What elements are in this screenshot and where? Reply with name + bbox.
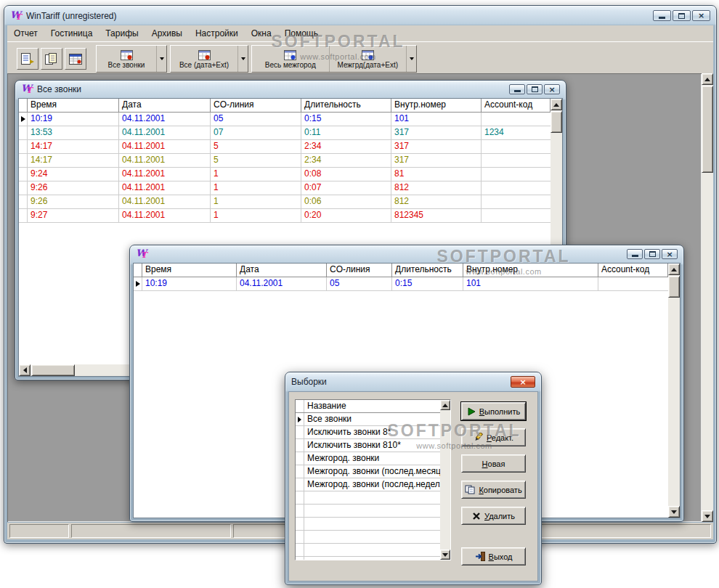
list-item-label: Исключить звонки 810* xyxy=(304,439,440,452)
new-button[interactable]: Новая xyxy=(461,454,526,473)
column-header-line[interactable]: CO-линия xyxy=(211,99,301,112)
menu-tariffs[interactable]: Тарифы xyxy=(99,26,145,41)
column-header-ext[interactable]: Внутр.номер xyxy=(391,99,482,112)
list-item[interactable]: Межгород. звонки (послед.месяц) xyxy=(296,465,440,478)
main-titlebar[interactable]: WT WinTariff (unregistered) × xyxy=(4,6,716,25)
table-row[interactable]: 10:19 04.11.2001 05 0:15 101 xyxy=(19,113,551,126)
list-gutter xyxy=(296,439,304,452)
scroll-thumb[interactable] xyxy=(702,86,713,173)
column-header-date[interactable]: Дата xyxy=(119,99,211,112)
column-header-account[interactable]: Account-код xyxy=(598,264,668,277)
list-item[interactable]: Межгород. звонки (послед.неделя) xyxy=(296,478,440,491)
scroll-down-button[interactable] xyxy=(668,506,680,518)
scroll-up-button[interactable] xyxy=(440,400,450,410)
menu-settings[interactable]: Настройки xyxy=(189,26,245,41)
scroll-up-button[interactable] xyxy=(668,264,680,275)
list-item-empty xyxy=(296,505,440,518)
detail-titlebar[interactable]: WT × xyxy=(130,245,683,263)
table-row[interactable]: 10:19 04.11.2001 05 0:15 101 xyxy=(134,277,668,291)
scroll-thumb[interactable] xyxy=(668,276,680,298)
list-item[interactable]: Все звонки xyxy=(296,413,440,426)
maximize-button[interactable] xyxy=(644,249,660,259)
dialog-client: Название Все звонки Исключить звонки 8* … xyxy=(288,391,538,581)
table-row[interactable]: 14:17 04.11.2001 5 2:34 317 xyxy=(19,154,551,168)
copy-button[interactable]: Копировать xyxy=(461,481,526,499)
list-item-label: Межгород. звонки (послед.месяц) xyxy=(304,465,440,478)
cell-time: 10:19 xyxy=(142,277,237,290)
list-item[interactable]: Исключить звонки 8* xyxy=(296,426,440,439)
filter-group-all-calls: Все звонки xyxy=(96,45,167,73)
column-header-duration[interactable]: Длительность xyxy=(301,99,391,112)
list-item[interactable]: Исключить звонки 810* xyxy=(296,439,440,452)
scroll-down-button[interactable] xyxy=(440,550,450,560)
filter-long-distance-dropdown[interactable] xyxy=(406,46,416,72)
maximize-button[interactable] xyxy=(527,84,543,94)
mdi-vertical-scrollbar[interactable] xyxy=(702,73,713,522)
scroll-left-button[interactable] xyxy=(19,364,31,376)
column-header-duration[interactable]: Длительность xyxy=(392,264,463,277)
report-button[interactable] xyxy=(17,48,38,70)
menu-windows[interactable]: Окна xyxy=(245,26,278,41)
calendar-report-button[interactable] xyxy=(65,48,86,70)
filter-long-distance-date-ext-button[interactable]: Межгрд(дата+Ext) xyxy=(330,46,407,72)
grid-vertical-scrollbar[interactable] xyxy=(668,264,680,518)
column-header-ext[interactable]: Внутр.номер xyxy=(463,264,598,277)
copy-report-button[interactable] xyxy=(41,48,62,70)
table-row[interactable]: 9:24 04.11.2001 1 0:08 81 xyxy=(19,168,551,181)
exit-button[interactable]: Выход xyxy=(461,547,526,565)
filter-all-calls-dropdown[interactable] xyxy=(156,46,166,72)
minimize-button[interactable] xyxy=(653,10,671,21)
chevron-down-icon xyxy=(160,57,164,60)
table-row[interactable]: 13:53 04.11.2001 07 0:11 317 1234 xyxy=(19,126,551,140)
menu-hotel[interactable]: Гостиница xyxy=(44,26,99,41)
column-header-account[interactable]: Account-код xyxy=(482,99,551,112)
scroll-up-button[interactable] xyxy=(551,99,562,110)
menu-help[interactable]: Помощь xyxy=(278,26,325,41)
window-controls: × xyxy=(509,84,560,94)
filter-all-date-ext-button[interactable]: Все (дата+Ext) xyxy=(171,46,237,72)
scroll-thumb[interactable] xyxy=(31,364,75,376)
filter-all-calls-button[interactable]: Все звонки xyxy=(97,46,156,72)
maximize-button[interactable] xyxy=(673,10,691,21)
cell-line: 1 xyxy=(211,195,301,208)
delete-button[interactable]: Удалить xyxy=(461,507,526,525)
scroll-down-button[interactable] xyxy=(702,510,713,522)
minimize-button[interactable] xyxy=(627,249,643,259)
cell-ext: 812 xyxy=(391,195,482,208)
table-row[interactable]: 9:27 04.11.2001 1 0:20 812345 xyxy=(19,209,551,223)
cell-ext: 812 xyxy=(391,181,482,195)
list-item-empty xyxy=(296,491,440,505)
edit-button[interactable]: Редакт. xyxy=(461,428,526,446)
menu-report[interactable]: Отчет xyxy=(7,26,44,41)
table-row[interactable]: 14:17 04.11.2001 5 2:34 317 xyxy=(19,140,551,154)
table-row[interactable]: 9:26 04.11.2001 1 0:07 812 xyxy=(19,181,551,195)
close-button[interactable]: × xyxy=(511,376,535,388)
table-row[interactable]: 9:26 04.11.2001 1 0:06 812 xyxy=(19,195,551,209)
close-button[interactable]: × xyxy=(692,10,710,21)
scroll-up-button[interactable] xyxy=(702,73,713,85)
column-header-time[interactable]: Время xyxy=(28,99,119,112)
list-vertical-scrollbar[interactable] xyxy=(440,400,450,560)
list-item-empty xyxy=(296,544,440,557)
close-button[interactable]: × xyxy=(544,84,560,94)
scroll-thumb[interactable] xyxy=(551,111,562,133)
all-calls-titlebar[interactable]: WT Все звонки × xyxy=(15,81,566,98)
row-indicator-cell xyxy=(19,181,28,195)
cell-date: 04.11.2001 xyxy=(119,140,211,153)
run-button[interactable]: Выполнить xyxy=(461,402,526,420)
arrow-left-icon xyxy=(23,367,27,373)
minimize-button[interactable] xyxy=(509,84,525,94)
dialog-titlebar[interactable]: Выборки × xyxy=(285,372,541,391)
cell-ext: 317 xyxy=(391,140,482,153)
list-gutter xyxy=(296,413,304,425)
menu-archives[interactable]: Архивы xyxy=(145,26,189,41)
column-header-date[interactable]: Дата xyxy=(237,264,327,277)
list-item[interactable]: Межгород. звонки xyxy=(296,452,440,465)
cell-line: 1 xyxy=(211,168,301,181)
column-header-line[interactable]: CO-линия xyxy=(327,264,392,277)
column-header-time[interactable]: Время xyxy=(142,264,237,277)
close-button[interactable]: × xyxy=(662,249,678,259)
cell-duration: 0:06 xyxy=(301,195,391,208)
filter-all-date-ext-dropdown[interactable] xyxy=(237,46,248,72)
filter-long-distance-button[interactable]: Весь межгород xyxy=(252,46,329,72)
